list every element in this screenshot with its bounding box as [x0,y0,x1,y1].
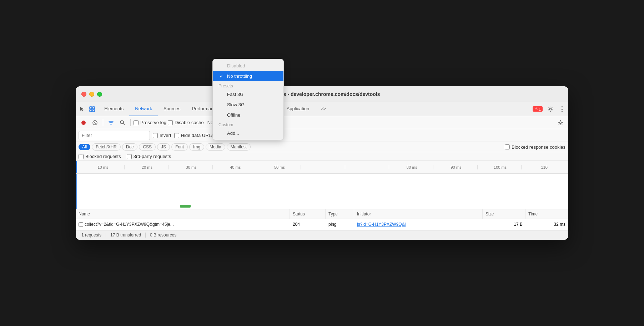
filter-button[interactable] [106,118,116,128]
table-rows: collect?v=2&tid=G-H1Y3PXZW9Q&gtm=45je...… [76,219,568,230]
waterfall-bar [180,205,191,208]
clear-button[interactable] [90,118,100,128]
timeline-ruler: 10 ms 20 ms 30 ms 40 ms 50 ms 80 ms 90 m… [76,161,568,174]
network-table: Name Status Type Initiator Size Time [76,209,568,230]
marker-10ms: 10 ms [80,165,124,169]
notification-badge[interactable]: ⚠ 1 [533,106,543,112]
close-button[interactable] [81,92,86,97]
col-time: Time [525,209,568,219]
tab-sources[interactable]: Sources [158,102,186,116]
extra-filters-bar: Blocked requests 3rd-party requests [76,152,568,161]
filter-js[interactable]: JS [157,143,170,151]
marker-100ms: 100 ms [477,165,522,169]
filter-input[interactable] [79,131,150,140]
filter-fetch-xhr[interactable]: Fetch/XHR [92,143,121,151]
tab-application[interactable]: Application [281,102,315,116]
timeline-markers: 10 ms 20 ms 30 ms 40 ms 50 ms 80 ms 90 m… [79,165,565,169]
invert-label[interactable]: Invert [153,133,171,138]
marker-70ms [345,165,389,169]
cell-type: ping [326,219,354,230]
marker-30ms: 30 ms [168,165,212,169]
blocked-cookies-label[interactable]: Blocked response cookies [505,144,565,150]
preserve-log-label[interactable]: Preserve log [134,120,166,125]
tab-network[interactable]: Network [129,102,158,116]
filter-manifest[interactable]: Manifest [227,143,251,151]
traffic-lights [81,92,102,97]
dropdown-item-disabled: Disabled [213,61,283,71]
network-toolbar: Preserve log Disable cache No throttling [76,116,568,129]
invert-checkbox[interactable] [153,133,158,138]
hide-data-urls-checkbox[interactable] [174,133,179,138]
marker-40ms: 40 ms [212,165,257,169]
svg-rect-2 [90,109,92,112]
filter-font[interactable]: Font [171,143,188,151]
record-button[interactable] [79,118,89,128]
svg-point-8 [120,121,124,124]
toolbar-sep-1 [103,119,103,126]
minimize-button[interactable] [89,92,94,97]
cursor-icon[interactable] [79,106,86,113]
tab-bar-right: ⚠ 1 ⋮ [533,106,565,113]
filter-css[interactable]: CSS [139,143,156,151]
more-icon[interactable]: ⋮ [558,106,565,113]
marker-60ms [301,165,345,169]
marker-90ms: 90 ms [433,165,477,169]
table-row[interactable]: collect?v=2&tid=G-H1Y3PXZW9Q&gtm=45je...… [76,219,568,230]
network-settings-icon[interactable] [555,118,565,128]
hide-data-urls-label[interactable]: Hide data URLs [174,133,214,138]
col-status: Status [290,209,326,219]
toolbar-right [555,118,565,128]
svg-point-11 [560,122,562,123]
col-initiator: Initiator [354,209,483,219]
dropdown-item-no-throttling[interactable]: ✓ No throttling [213,71,283,81]
dropdown-section-presets: Presets [213,81,283,89]
titlebar: DevTools - developer.chrome.com/docs/dev… [76,86,568,102]
svg-rect-3 [92,109,95,112]
tab-more[interactable]: >> [315,102,332,116]
cell-time: 32 ms [525,219,568,230]
marker-80ms: 80 ms [389,165,433,169]
timeline-graph [76,174,568,209]
type-filters-bar: All Fetch/XHR Doc CSS JS Font Img Media … [76,142,568,152]
blocked-cookies-checkbox[interactable] [505,144,510,149]
throttling-dropdown-menu: Disabled ✓ No throttling Presets Fast 3G… [212,59,284,140]
settings-icon[interactable] [547,106,554,113]
timeline-position-bar [76,161,77,173]
cell-status: 204 [290,219,326,230]
timeline-section: 10 ms 20 ms 30 ms 40 ms 50 ms 80 ms 90 m… [76,161,568,209]
devtools-window: DevTools - developer.chrome.com/docs/dev… [76,86,568,240]
tab-bar-icons [79,106,96,113]
status-requests: 1 requests [81,233,106,238]
row-checkbox[interactable] [79,222,83,227]
blocked-requests-label[interactable]: Blocked requests [79,154,121,159]
col-type: Type [326,209,354,219]
tab-elements[interactable]: Elements [99,102,129,116]
svg-line-7 [94,122,96,124]
dropdown-item-offline[interactable]: Offline [213,110,283,120]
blocked-requests-checkbox[interactable] [79,154,84,159]
third-party-checkbox[interactable] [127,154,132,159]
dropdown-item-slow3g[interactable]: Slow 3G [213,100,283,110]
svg-point-4 [550,108,552,110]
disable-cache-label[interactable]: Disable cache [168,120,204,125]
inspect-icon[interactable] [89,106,96,113]
third-party-label[interactable]: 3rd-party requests [127,154,171,159]
dropdown-item-fast3g[interactable]: Fast 3G [213,89,283,100]
search-button[interactable] [117,118,127,128]
status-transferred: 17 B transferred [106,233,146,238]
maximize-button[interactable] [97,92,102,97]
status-bar: 1 requests 17 B transferred 0 B resource… [76,230,568,240]
filter-all[interactable]: All [79,144,90,150]
cell-initiator: js?id=G-H1Y3PXZW9Q&l [354,219,483,230]
dropdown-item-add[interactable]: Add... [213,128,283,138]
filter-doc[interactable]: Doc [122,143,137,151]
cell-size: 17 B [483,219,525,230]
status-resources: 0 B resources [146,233,181,238]
col-size: Size [483,209,525,219]
svg-rect-0 [90,107,92,109]
svg-line-9 [123,123,125,125]
filter-img[interactable]: Img [189,143,204,151]
filter-media[interactable]: Media [206,143,225,151]
preserve-log-checkbox[interactable] [134,120,139,125]
disable-cache-checkbox[interactable] [168,120,173,125]
